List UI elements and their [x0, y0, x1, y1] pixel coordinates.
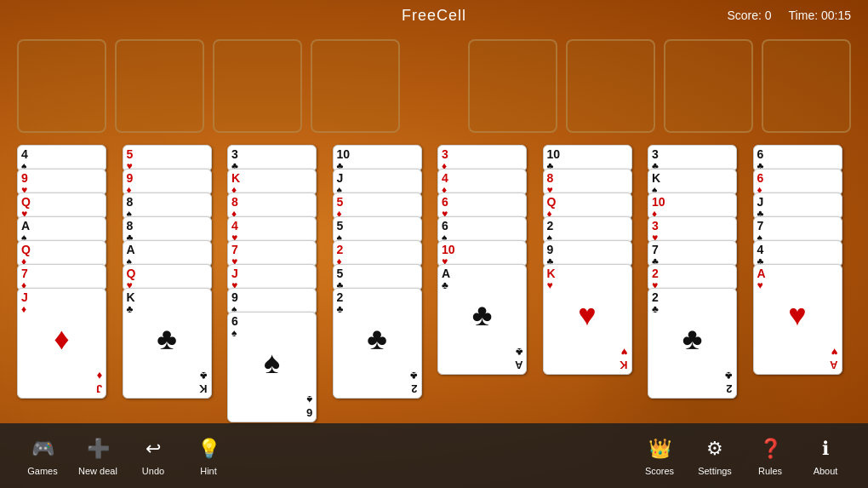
toolbar-left-hint-label: Hint [200, 466, 217, 476]
column-1[interactable]: 4 ♠ 9 ♥ Q ♥ A ♠ Q ♦ 7 [17, 145, 116, 399]
toolbar-right-about-icon: ℹ [812, 435, 839, 462]
toolbar-right-about-button[interactable]: ℹ About [800, 428, 851, 484]
foundation-3[interactable] [664, 39, 753, 133]
toolbar-left-new-deal-icon: ➕ [84, 435, 111, 462]
game-title: FreeCell [402, 7, 466, 25]
toolbar-right-settings-button[interactable]: ⚙ Settings [689, 428, 740, 484]
toolbar-left-new-deal-label: New deal [78, 466, 117, 476]
column-7[interactable]: 3 ♣ K ♠ 10 ♦ 3 ♥ 7 ♣ 2 [648, 145, 746, 399]
column-8[interactable]: 6 ♣ 6 ♦ J ♣ 7 ♠ 4 ♣ A [753, 145, 852, 375]
toolbar-left-games-icon: 🎮 [29, 435, 56, 462]
column-2[interactable]: 5 ♥ 9 ♦ 8 ♠ 8 ♣ A ♠ Q [123, 145, 221, 399]
toolbar-left-hint-button[interactable]: 💡 Hint [183, 428, 234, 484]
column-3[interactable]: 3 ♣ K ♦ 8 ♦ 4 ♥ 7 ♥ J [227, 145, 326, 422]
time-display: Time: 00:15 [789, 9, 851, 22]
toolbar-right-rules-button[interactable]: ❓ Rules [745, 428, 796, 484]
card[interactable]: 2 ♣ ♣2♣ [333, 288, 422, 399]
toolbar: 🎮 Games ➕ New deal ↩ Undo 💡 Hint 👑 Score… [0, 423, 868, 488]
toolbar-right-scores-label: Scores [645, 466, 674, 476]
toolbar-left: 🎮 Games ➕ New deal ↩ Undo 💡 Hint [17, 428, 234, 484]
toolbar-right-rules-icon: ❓ [757, 435, 784, 462]
card[interactable]: 6 ♠ ♠6♠ [227, 312, 317, 422]
toolbar-right-settings-icon: ⚙ [701, 435, 728, 462]
foundation-2[interactable] [566, 39, 655, 133]
toolbar-left-undo-button[interactable]: ↩ Undo [128, 428, 179, 484]
toolbar-right: 👑 Scores ⚙ Settings ❓ Rules ℹ About [634, 428, 851, 484]
toolbar-right-about-label: About [814, 466, 838, 476]
top-area [0, 31, 868, 141]
card[interactable]: K ♣ ♣K♣ [123, 288, 212, 399]
header: FreeCell Score: 0 Time: 00:15 [0, 0, 868, 31]
toolbar-left-new-deal-button[interactable]: ➕ New deal [72, 428, 123, 484]
card[interactable]: A ♣ ♣A♣ [437, 264, 527, 375]
freecell-4[interactable] [311, 39, 400, 133]
toolbar-right-rules-label: Rules [758, 466, 782, 476]
toolbar-left-games-label: Games [27, 466, 57, 476]
toolbar-left-games-button[interactable]: 🎮 Games [17, 428, 68, 484]
card[interactable]: K ♥ ♥K♥ [543, 264, 632, 375]
freecell-2[interactable] [115, 39, 204, 133]
column-6[interactable]: 10 ♣ 8 ♥ Q ♦ 2 ♠ 9 ♣ K [543, 145, 642, 375]
card[interactable]: J ♦ ♦J♦ [17, 288, 106, 399]
freecell-3[interactable] [213, 39, 302, 133]
freecell-1[interactable] [17, 39, 106, 133]
score-display: Score: 0 [727, 9, 771, 22]
toolbar-right-settings-label: Settings [698, 466, 732, 476]
toolbar-left-undo-label: Undo [142, 466, 164, 476]
toolbar-right-scores-button[interactable]: 👑 Scores [634, 428, 685, 484]
toolbar-left-undo-icon: ↩ [140, 435, 167, 462]
column-4[interactable]: 10 ♣ J ♠ 5 ♦ 5 ♠ 2 ♦ 5 [333, 145, 431, 399]
score-time-display: Score: 0 Time: 00:15 [727, 9, 851, 22]
foundation-1[interactable] [468, 39, 557, 133]
toolbar-right-scores-icon: 👑 [646, 435, 673, 462]
tableau: 4 ♠ 9 ♥ Q ♥ A ♠ Q ♦ 7 [9, 145, 859, 420]
card[interactable]: A ♥ ♥A♥ [753, 264, 842, 375]
column-5[interactable]: 3 ♦ 4 ♦ 6 ♥ 6 ♠ 10 ♥ A [437, 145, 536, 375]
card[interactable]: 2 ♣ ♣2♣ [648, 288, 737, 399]
toolbar-left-hint-icon: 💡 [195, 435, 222, 462]
foundation-4[interactable] [762, 39, 851, 133]
